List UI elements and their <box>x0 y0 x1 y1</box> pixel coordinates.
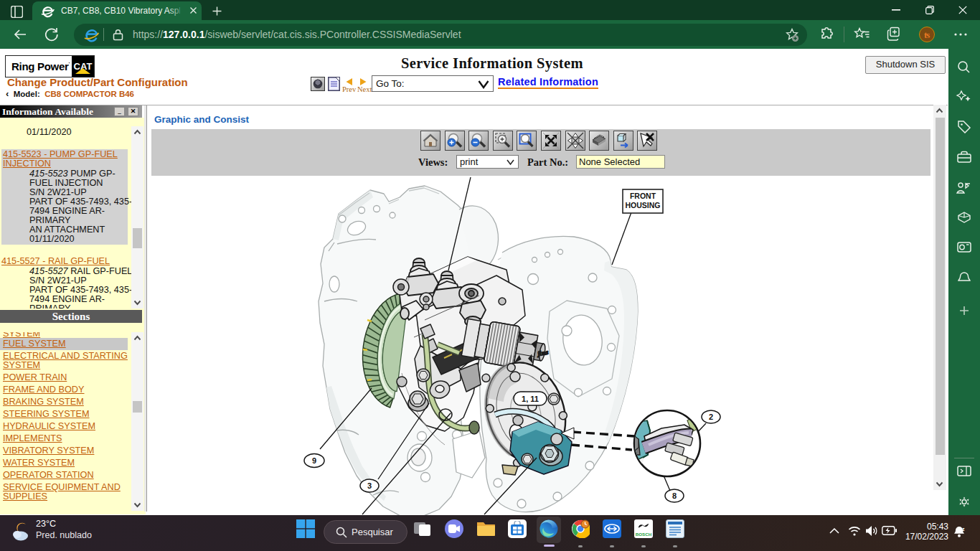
svg-text:9: 9 <box>312 456 316 465</box>
svg-text:3: 3 <box>367 481 372 490</box>
svg-text:z: z <box>962 527 965 532</box>
svg-text:2: 2 <box>709 413 713 421</box>
svg-text:FRONT: FRONT <box>630 192 656 200</box>
svg-text:8: 8 <box>672 491 677 500</box>
svg-text:BOSCH: BOSCH <box>636 532 652 537</box>
svg-text:HOUSING: HOUSING <box>625 201 660 209</box>
svg-text:1, 11: 1, 11 <box>522 395 539 403</box>
